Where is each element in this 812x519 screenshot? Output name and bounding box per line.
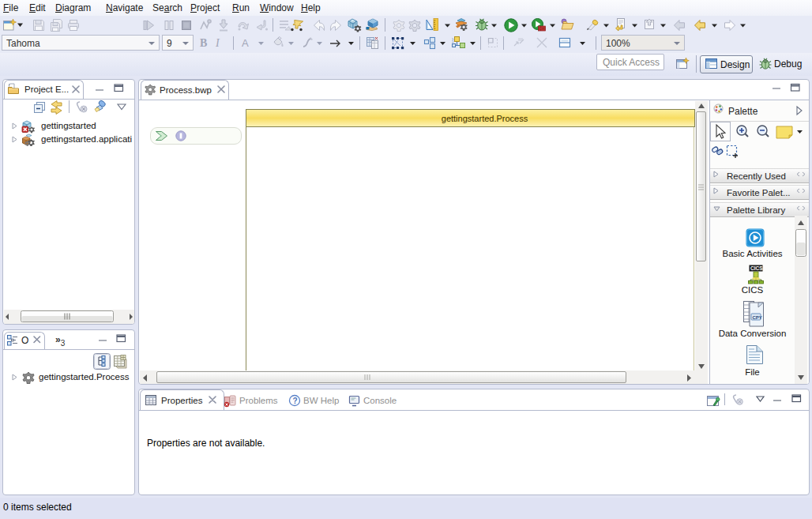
svg-text:O: O (21, 335, 28, 346)
svg-text:?: ? (293, 397, 298, 405)
svg-text:I: I (215, 37, 220, 49)
svg-text:A: A (242, 37, 249, 49)
svg-text:CPY: CPY (753, 315, 762, 320)
svg-text:CICS: CICS (750, 265, 763, 271)
svg-text:B: B (200, 37, 207, 49)
